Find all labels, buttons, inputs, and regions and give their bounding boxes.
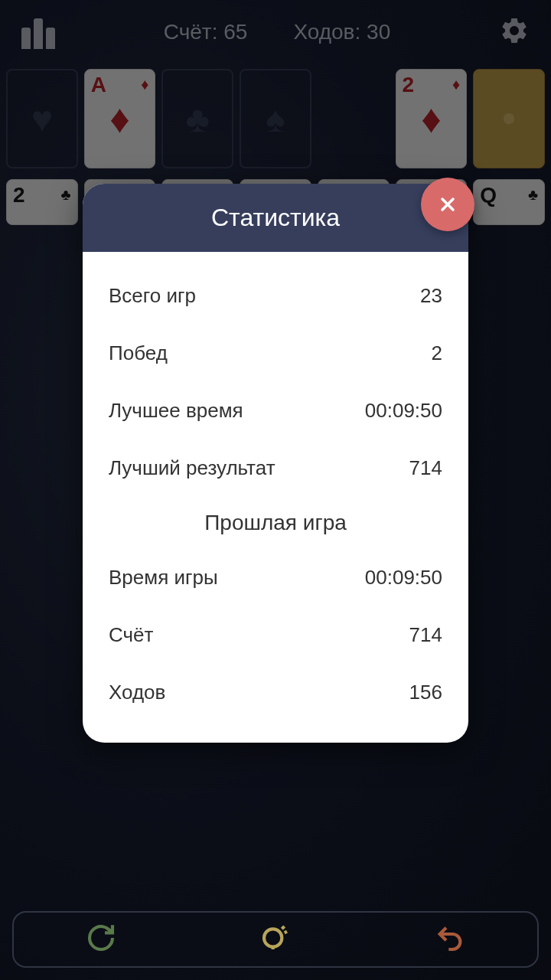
stat-label: Всего игр (109, 284, 196, 308)
stat-label: Счёт (109, 623, 153, 647)
stat-row-best-score: Лучший результат 714 (109, 439, 442, 497)
modal-title: Статистика (83, 184, 468, 252)
stat-label: Побед (109, 341, 168, 365)
last-game-subtitle: Прошлая игра (109, 497, 442, 549)
stat-value: 714 (409, 456, 442, 480)
stat-row-game-time: Время игры 00:09:50 (109, 549, 442, 606)
stat-value: 2 (432, 341, 442, 365)
stat-row-game-score: Счёт 714 (109, 606, 442, 664)
close-button[interactable] (421, 178, 474, 231)
stat-value: 23 (420, 284, 442, 308)
stat-row-wins: Побед 2 (109, 325, 442, 382)
svg-point-2 (264, 929, 282, 946)
statistics-modal: Статистика Всего игр 23 Побед 2 Лучшее в… (83, 184, 468, 743)
stat-value: 714 (409, 623, 442, 647)
stat-label: Время игры (109, 566, 218, 590)
bottombar (12, 911, 539, 968)
stat-value: 156 (409, 681, 442, 704)
undo-icon[interactable] (435, 923, 465, 956)
stat-label: Лучшее время (109, 399, 243, 423)
stat-row-total-games: Всего игр 23 (109, 267, 442, 325)
stat-label: Лучший результат (109, 456, 276, 480)
stat-value: 00:09:50 (365, 566, 442, 590)
stat-row-game-moves: Ходов 156 (109, 664, 442, 721)
stat-label: Ходов (109, 681, 165, 704)
restart-icon[interactable] (86, 923, 116, 956)
stat-value: 00:09:50 (365, 399, 442, 423)
stat-row-best-time: Лучшее время 00:09:50 (109, 382, 442, 439)
hint-icon[interactable] (260, 923, 291, 956)
